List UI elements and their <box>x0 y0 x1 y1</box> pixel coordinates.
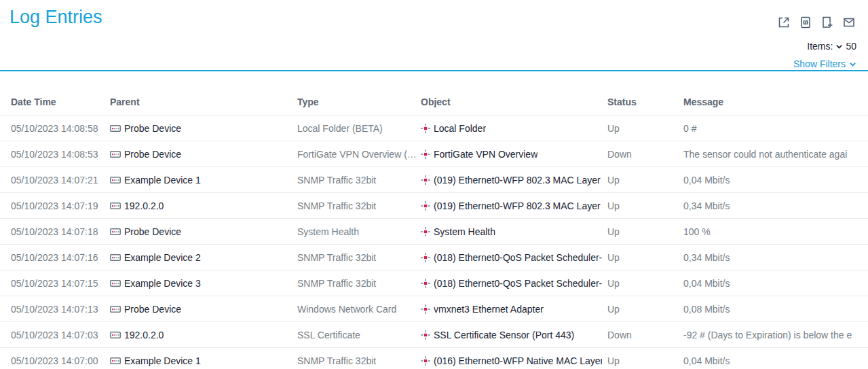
code-file-icon[interactable] <box>799 16 812 29</box>
parent-name: Probe Device <box>124 226 181 237</box>
cell-message: 0,34 Mbit/s <box>683 252 868 263</box>
cell-message: The sensor could not authenticate agai <box>683 149 868 160</box>
object-name: (019) Ethernet0-WFP 802.3 MAC Layer … <box>434 175 602 186</box>
object-link[interactable]: SSL Certificate Sensor (Port 443) <box>421 330 607 340</box>
column-header-type: Type <box>297 96 421 115</box>
cell-date-time: 05/10/2023 14:07:15 <box>0 278 110 289</box>
object-link[interactable]: (018) Ethernet0-QoS Packet Scheduler-… <box>421 252 607 263</box>
cell-status: Up <box>607 123 683 134</box>
sensor-icon <box>421 227 430 236</box>
table-row: 05/10/2023 14:07:16 Example Device 2 SNM… <box>0 245 868 270</box>
object-name: (018) Ethernet0-QoS Packet Scheduler-… <box>434 278 602 289</box>
cell-type: FortiGate VPN Overview (… <box>297 149 421 160</box>
object-name: System Health <box>434 226 495 237</box>
cell-date-time: 05/10/2023 14:07:16 <box>0 252 110 263</box>
sensor-icon <box>421 330 430 340</box>
cell-type: SSL Certificate <box>297 330 421 340</box>
cell-type: SNMP Traffic 32bit <box>297 252 421 263</box>
cell-status: Down <box>607 149 683 160</box>
probe-device-icon <box>110 150 121 158</box>
email-icon[interactable] <box>842 16 856 29</box>
object-name: (018) Ethernet0-QoS Packet Scheduler-… <box>434 252 602 263</box>
cell-date-time: 05/10/2023 14:07:00 <box>0 355 110 366</box>
parent-link[interactable]: 192.0.2.0 <box>110 200 297 211</box>
open-in-new-window-icon[interactable] <box>777 16 791 29</box>
parent-link[interactable]: Probe Device <box>110 149 297 160</box>
show-filters-link[interactable]: Show Filters <box>793 58 856 69</box>
sensor-icon <box>421 304 430 314</box>
probe-device-icon <box>110 228 121 236</box>
probe-device-icon <box>110 279 121 287</box>
sensor-icon <box>421 150 430 159</box>
cell-date-time: 05/10/2023 14:07:18 <box>0 226 110 237</box>
parent-link[interactable]: Example Device 1 <box>110 175 297 186</box>
parent-name: 192.0.2.0 <box>124 330 164 340</box>
page-title: Log Entries <box>10 7 102 28</box>
parent-name: Example Device 3 <box>124 278 201 289</box>
parent-link[interactable]: Probe Device <box>110 226 297 237</box>
object-link[interactable]: (016) Ethernet0-WFP Native MAC Layer… <box>421 355 607 366</box>
probe-device-icon <box>110 176 121 184</box>
column-header-object: Object <box>421 96 607 115</box>
show-filters-label: Show Filters <box>793 58 846 69</box>
object-link[interactable]: (019) Ethernet0-WFP 802.3 MAC Layer … <box>421 200 607 211</box>
log-table: Date Time Parent Type Object Status Mess… <box>0 71 868 369</box>
object-name: (019) Ethernet0-WFP 802.3 MAC Layer … <box>434 200 602 211</box>
parent-link[interactable]: Example Device 2 <box>110 252 297 263</box>
items-control[interactable]: Items: 50 <box>807 41 856 52</box>
cell-type: Local Folder (BETA) <box>297 123 421 134</box>
cell-message: 0 # <box>683 123 868 134</box>
object-link[interactable]: vmxnet3 Ethernet Adapter <box>421 304 607 315</box>
parent-link[interactable]: Example Device 1 <box>110 355 297 366</box>
sensor-icon <box>421 201 430 211</box>
cell-type: SNMP Traffic 32bit <box>297 175 421 186</box>
cell-date-time: 05/10/2023 14:07:03 <box>0 330 110 340</box>
cell-date-time: 05/10/2023 14:07:13 <box>0 304 110 315</box>
cell-status: Up <box>607 355 683 366</box>
object-name: FortiGate VPN Overview <box>434 149 537 160</box>
cell-message: 0,04 Mbit/s <box>683 175 868 186</box>
probe-device-icon <box>110 305 121 313</box>
cell-type: SNMP Traffic 32bit <box>297 355 421 366</box>
cell-type: SNMP Traffic 32bit <box>297 200 421 211</box>
object-name: SSL Certificate Sensor (Port 443) <box>434 330 574 340</box>
add-file-icon[interactable] <box>820 16 834 29</box>
chevron-down-icon <box>849 60 856 68</box>
items-count[interactable]: 50 <box>846 41 856 52</box>
table-row: 05/10/2023 14:07:15 Example Device 3 SNM… <box>0 270 868 296</box>
probe-device-icon <box>110 124 121 133</box>
cell-date-time: 05/10/2023 14:08:58 <box>0 123 110 134</box>
sensor-icon <box>421 253 430 262</box>
toolbar <box>777 16 856 29</box>
object-link[interactable]: (019) Ethernet0-WFP 802.3 MAC Layer … <box>421 175 607 186</box>
sensor-icon <box>421 124 430 133</box>
chevron-down-icon[interactable] <box>835 43 843 50</box>
log-entries-page: Log Entries <box>0 0 868 369</box>
cell-date-time: 05/10/2023 14:08:53 <box>0 149 110 160</box>
parent-name: Probe Device <box>124 149 181 160</box>
object-link[interactable]: Local Folder <box>421 123 607 134</box>
items-label: Items: <box>807 41 833 52</box>
parent-link[interactable]: 192.0.2.0 <box>110 330 297 340</box>
parent-link[interactable]: Example Device 3 <box>110 278 297 289</box>
parent-name: Example Device 2 <box>124 252 201 263</box>
object-link[interactable]: (018) Ethernet0-QoS Packet Scheduler-… <box>421 278 607 289</box>
probe-device-icon <box>110 253 121 262</box>
object-link[interactable]: System Health <box>421 226 607 237</box>
cell-status: Down <box>607 330 683 340</box>
cell-status: Up <box>607 226 683 237</box>
table-row: 05/10/2023 14:08:58 Probe Device Local F… <box>0 116 868 141</box>
object-name: (016) Ethernet0-WFP Native MAC Layer… <box>434 355 602 366</box>
column-header-date-time: Date Time <box>0 96 110 115</box>
parent-link[interactable]: Probe Device <box>110 304 297 315</box>
probe-device-icon <box>110 357 121 365</box>
object-name: Local Folder <box>434 123 486 134</box>
table-row: 05/10/2023 14:07:13 Probe Device Windows… <box>0 296 868 322</box>
parent-link[interactable]: Probe Device <box>110 123 297 134</box>
table-row: 05/10/2023 14:07:03 192.0.2.0 SSL Certif… <box>0 322 868 348</box>
cell-message: 0,08 Mbit/s <box>683 304 868 315</box>
cell-status: Up <box>607 200 683 211</box>
object-link[interactable]: FortiGate VPN Overview <box>421 149 607 160</box>
parent-name: Example Device 1 <box>124 355 201 366</box>
cell-message: 0,04 Mbit/s <box>683 355 868 366</box>
